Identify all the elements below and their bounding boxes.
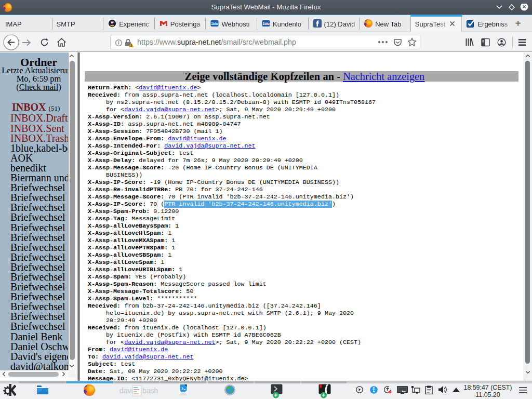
svg-text:1blu: 1blu bbox=[262, 22, 269, 25]
svg-text:1blu: 1blu bbox=[211, 22, 218, 25]
